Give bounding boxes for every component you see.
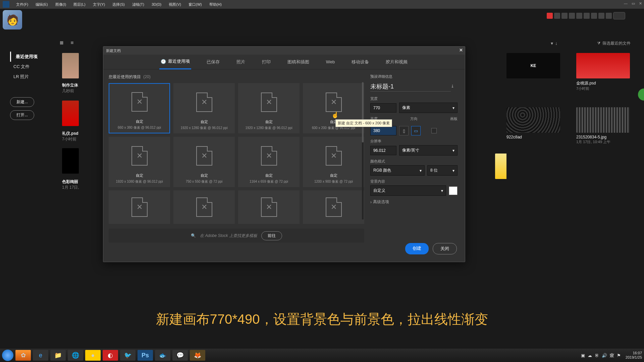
- taskbar-app[interactable]: ●: [85, 350, 101, 361]
- tab-saved[interactable]: 已保存: [205, 55, 221, 69]
- grid-view-icon[interactable]: ▦: [60, 40, 66, 46]
- top-search-button[interactable]: [613, 12, 625, 19]
- menu-type[interactable]: 文字(Y): [90, 1, 109, 8]
- sort-arrow[interactable]: ↓: [555, 41, 557, 46]
- create-button[interactable]: 创建: [405, 243, 429, 254]
- color-mode-select[interactable]: RGB 颜色▾: [370, 165, 425, 176]
- minimize-icon[interactable]: —: [624, 1, 628, 6]
- template-item[interactable]: 自定 660 x 380 像素 @ 96.012 ppi: [109, 83, 170, 133]
- tab-recent[interactable]: 🕘最近使用项: [159, 54, 191, 69]
- recent-thumb[interactable]: [62, 148, 79, 174]
- ime-emoji-icon[interactable]: [569, 13, 575, 19]
- tray-icon[interactable]: 🕸: [610, 353, 614, 358]
- ime-tool-icon[interactable]: [598, 13, 604, 19]
- tray-icon[interactable]: ☁: [588, 353, 592, 358]
- ime-skin-icon[interactable]: [591, 13, 597, 19]
- menu-file[interactable]: 文件(F): [13, 1, 32, 8]
- tab-photo[interactable]: 照片: [235, 55, 247, 69]
- scrollbar-thumb[interactable]: [362, 82, 364, 142]
- taskbar-clock[interactable]: 16:07 2019/1/25: [626, 351, 642, 360]
- template-item[interactable]: 自定 750 x 550 像素 @ 72 ppi: [173, 137, 235, 187]
- menu-window[interactable]: 窗口(W): [185, 1, 205, 8]
- restore-icon[interactable]: ▭: [632, 1, 635, 6]
- taskbar-explorer[interactable]: 📁: [50, 350, 66, 361]
- taskbar-app[interactable]: 🐦: [120, 350, 136, 361]
- menu-view[interactable]: 视图(V): [165, 1, 184, 8]
- recent-thumb[interactable]: [62, 101, 79, 126]
- menu-image[interactable]: 图像(I): [52, 1, 69, 8]
- tab-art[interactable]: 图稿和插图: [286, 55, 311, 69]
- templates-scrollbar[interactable]: [362, 82, 364, 220]
- menu-filter[interactable]: 滤镜(T): [129, 1, 148, 8]
- tab-film[interactable]: 胶片和视频: [384, 55, 409, 69]
- card[interactable]: 金桃源.psd 7小时前: [576, 53, 630, 91]
- menu-edit[interactable]: 编辑(E): [32, 1, 51, 8]
- card[interactable]: [495, 154, 506, 181]
- tray-icon[interactable]: ⛨: [595, 353, 599, 358]
- card[interactable]: KE: [506, 53, 560, 91]
- template-item[interactable]: 自定 1164 x 659 像素 @ 72 ppi: [238, 137, 300, 187]
- orientation-landscape[interactable]: ▭: [411, 126, 421, 135]
- stock-search-input[interactable]: 在 Adobe Stock 上查找更多模板: [200, 233, 257, 239]
- background-select[interactable]: 自定义▾: [370, 185, 446, 196]
- taskbar-browser[interactable]: 🌐: [68, 350, 83, 361]
- width-input[interactable]: 770: [370, 103, 396, 113]
- ime-keyboard-icon[interactable]: [584, 13, 590, 19]
- save-preset-icon[interactable]: ⤓: [451, 84, 458, 90]
- taskbar-app[interactable]: ✿: [15, 350, 31, 361]
- filter-label[interactable]: 筛选最近的文件: [602, 41, 631, 46]
- menu-select[interactable]: 选择(S): [109, 1, 128, 8]
- template-item[interactable]: 自定 1200 x 900 像素 @ 72 ppi: [303, 137, 364, 187]
- close-icon[interactable]: ✕: [639, 1, 642, 6]
- tab-print[interactable]: 打印: [261, 55, 272, 69]
- avatar[interactable]: [3, 10, 22, 29]
- width-unit-select[interactable]: 像素▾: [399, 103, 458, 113]
- tray-icon[interactable]: ▣: [581, 353, 585, 358]
- card[interactable]: 231520834-5.jpg 1月 17日, 10:49 上午: [576, 107, 630, 144]
- ime-mic-icon[interactable]: [576, 13, 582, 19]
- doc-title-input[interactable]: 未标题-1: [370, 82, 451, 92]
- menu-layer[interactable]: 图层(L): [70, 1, 89, 8]
- template-item[interactable]: [303, 190, 364, 224]
- card[interactable]: 922c8ad: [506, 107, 560, 144]
- open-button[interactable]: 打开...: [10, 110, 34, 120]
- advanced-toggle[interactable]: ›高级选项: [370, 199, 458, 205]
- bit-depth-select[interactable]: 8 位▾: [427, 165, 458, 176]
- height-input[interactable]: 380: [370, 126, 396, 135]
- recent-thumb[interactable]: [62, 53, 79, 78]
- artboard-checkbox[interactable]: [431, 128, 437, 133]
- ime-lang-icon[interactable]: [554, 13, 560, 19]
- ime-menu-icon[interactable]: [606, 13, 612, 19]
- resolution-input[interactable]: 96.012: [370, 146, 396, 155]
- template-item[interactable]: [109, 190, 170, 224]
- sort-label[interactable]: ▾: [551, 41, 553, 46]
- tab-web[interactable]: Web: [325, 55, 336, 68]
- funnel-icon[interactable]: ⧩: [597, 41, 600, 46]
- ime-punct-icon[interactable]: [561, 13, 568, 19]
- cancel-button[interactable]: 关闭: [433, 243, 457, 254]
- taskbar-wechat[interactable]: 💬: [172, 350, 188, 361]
- dialog-close-icon[interactable]: ✕: [459, 48, 463, 53]
- tray-icon[interactable]: 🔊: [602, 353, 607, 358]
- taskbar-app[interactable]: 🐟: [155, 350, 170, 361]
- tab-mobile[interactable]: 移动设备: [350, 55, 370, 69]
- nav-recent[interactable]: 最近使用项: [10, 52, 54, 62]
- edge-badge[interactable]: [638, 88, 644, 101]
- taskbar-photoshop[interactable]: Ps: [138, 350, 153, 361]
- template-item[interactable]: 自定 1920 x 1280 像素 @ 96.012 ppi: [238, 83, 300, 133]
- template-item[interactable]: 自定 644 x 362 像素 @ 96.012 ppi: [109, 137, 170, 187]
- start-button[interactable]: [2, 350, 13, 361]
- orientation-portrait[interactable]: ▯: [399, 126, 409, 135]
- menu-3d[interactable]: 3D(D): [148, 1, 165, 8]
- sogou-icon[interactable]: [547, 13, 553, 19]
- nav-lr-photos[interactable]: LR 照片: [10, 72, 54, 82]
- list-view-icon[interactable]: ≣: [70, 40, 76, 46]
- new-button[interactable]: 新建...: [10, 97, 34, 107]
- stock-go-button[interactable]: 前往: [261, 231, 282, 240]
- taskbar-app[interactable]: ◐: [103, 350, 118, 361]
- template-item[interactable]: 自定 1920 x 1280 像素 @ 96.012 ppi: [173, 83, 235, 133]
- taskbar-app[interactable]: 🦊: [190, 350, 205, 361]
- resolution-unit-select[interactable]: 像素/英寸▾: [399, 145, 458, 156]
- template-item[interactable]: [238, 190, 300, 224]
- nav-cc-files[interactable]: CC 文件: [10, 62, 54, 72]
